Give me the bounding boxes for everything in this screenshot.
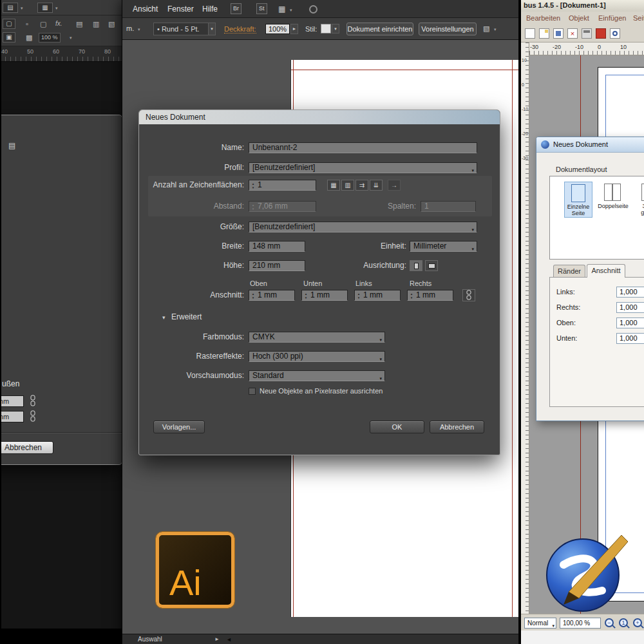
profile-select[interactable]: [Benutzerdefiniert]▾ (249, 162, 477, 173)
hatch-icon[interactable]: ▧ (108, 19, 115, 28)
cancel-button[interactable]: Abbrechen (430, 421, 484, 433)
menu-seite[interactable]: Seite (633, 14, 644, 22)
quality-select[interactable]: Normal▾ (524, 618, 556, 629)
stepper-icon[interactable]: ▴▾ (303, 292, 308, 299)
preview-select[interactable]: Standard▾ (249, 370, 385, 381)
menu-ansicht[interactable]: Ansicht (133, 5, 158, 14)
zoom-out-icon[interactable]: − (605, 618, 614, 627)
link-chain-icon[interactable] (29, 395, 37, 410)
print-icon[interactable] (582, 28, 592, 39)
right-field[interactable]: 1,000 (616, 302, 644, 313)
templates-button[interactable]: Vorlagen... (153, 421, 205, 433)
close-icon[interactable]: × (567, 28, 578, 39)
tab-bleed[interactable]: Anschnitt (587, 264, 625, 278)
opacity-link[interactable]: Deckkraft: (224, 25, 256, 33)
stepper-icon[interactable]: ▴▾ (251, 182, 256, 189)
layout-trifold[interactable]: 3-fach gefaltet (635, 182, 644, 218)
raster-select[interactable]: Hoch (300 ppi)▾ (249, 351, 385, 362)
menu-einfuegen[interactable]: Einfügen (598, 14, 626, 22)
width-field[interactable]: 148 mm (249, 241, 305, 252)
chevron-down-icon[interactable]: ▾ (290, 8, 292, 13)
ok-button[interactable]: OK (370, 421, 424, 433)
dashed-box-icon[interactable]: ▫ (26, 19, 28, 28)
tool-preset-icon[interactable]: ▤ (3, 3, 18, 13)
name-field[interactable]: Unbenannt-2 (249, 142, 477, 153)
chevron-down-icon[interactable]: ▾ (494, 27, 497, 32)
brush-dropdown-button[interactable]: ▾ (208, 23, 216, 35)
layout-double-page[interactable]: Doppelseite (598, 182, 629, 218)
chevron-down-icon[interactable]: ▾ (138, 27, 140, 32)
chevron-down-icon[interactable]: ▾ (70, 35, 72, 41)
top-field[interactable]: 1,000 (616, 317, 644, 328)
grid-by-column-button[interactable]: ▥ (341, 180, 354, 191)
effects-fx-icon[interactable]: fx. (55, 19, 62, 28)
link-chain-icon[interactable] (29, 410, 37, 425)
new-document-icon[interactable] (525, 28, 535, 39)
bleed-left-field[interactable]: ▴▾1 mm (354, 290, 401, 301)
link-chain-icon[interactable] (462, 289, 475, 301)
save-icon[interactable] (553, 28, 564, 39)
size-select[interactable]: [Benutzerdefiniert]▾ (249, 222, 477, 232)
open-icon[interactable] (539, 28, 549, 39)
bleed-top-field[interactable]: ▴▾1 mm (249, 290, 295, 301)
zoom-level-field[interactable]: 100 % (39, 33, 61, 43)
menu-hilfe[interactable]: Hilfe (202, 5, 218, 14)
grid-by-row-button[interactable]: ▦ (327, 180, 340, 191)
status-next-icon[interactable]: ► (214, 636, 220, 642)
stepper-icon[interactable]: ▴▾ (409, 292, 414, 299)
collapse-triangle-icon[interactable]: ▾ (162, 314, 166, 321)
style-swatch[interactable] (321, 24, 331, 33)
window-titlebar[interactable]: bus 1.4.5 - [Dokument-1] (521, 0, 644, 12)
chevron-down-icon[interactable]: ▾ (55, 6, 58, 11)
zoom-100-icon[interactable]: 1 (619, 618, 628, 627)
columns-icon[interactable]: ▥ (93, 19, 99, 28)
advanced-toggle[interactable]: Erweitert (171, 312, 202, 321)
arrange-by-row-button[interactable]: ⇉ (355, 180, 368, 191)
cs-live-icon[interactable] (309, 5, 317, 14)
preferences-button[interactable]: Voreinstellungen (419, 23, 477, 35)
menu-fenster[interactable]: Fenster (167, 5, 194, 14)
colormode-select[interactable]: CMYK▾ (249, 332, 385, 343)
landscape-button[interactable] (425, 260, 438, 271)
arrange-documents-icon[interactable]: ▦ (278, 5, 285, 14)
change-direction-button[interactable]: → (388, 180, 401, 191)
dialog-titlebar[interactable]: Neues Dokument (139, 110, 500, 124)
menu-bearbeiten[interactable]: Bearbeiten (526, 14, 560, 22)
frame-tool-icon[interactable]: ▢ (3, 19, 15, 29)
stepper-icon[interactable]: ▴▾ (251, 292, 256, 299)
opacity-expand-button[interactable]: ► (290, 24, 298, 34)
grid-preset-icon[interactable]: ▦ (37, 3, 53, 13)
stock-button[interactable]: St (256, 3, 267, 14)
rows-icon[interactable]: ▤ (76, 19, 82, 28)
pixelgrid-checkbox[interactable] (249, 388, 256, 395)
pdf-export-icon[interactable] (596, 28, 606, 39)
cancel-button[interactable]: Abbrechen (0, 441, 53, 454)
artboards-field[interactable]: ▴▾1 (249, 180, 316, 191)
grid-icon[interactable]: ▩ (26, 33, 32, 42)
document-setup-button[interactable]: Dokument einrichten (346, 23, 413, 35)
bleed-bottom-field[interactable]: ▴▾1 mm (301, 290, 348, 301)
stepper-icon[interactable]: ▴▾ (356, 292, 361, 299)
fill-tool-icon[interactable]: ▣ (3, 32, 15, 43)
chevron-down-icon[interactable]: ▾ (21, 6, 23, 11)
style-dropdown-button[interactable]: ▾ (332, 24, 339, 33)
tab-margins[interactable]: Ränder (553, 265, 585, 278)
height-field[interactable]: 210 mm (249, 260, 305, 271)
layout-single-page[interactable]: Einzelne Seite (564, 182, 592, 218)
arrange-by-column-button[interactable]: ⇊ (370, 180, 383, 191)
unit-select[interactable]: Millimeter▾ (410, 241, 477, 252)
zoom-field[interactable]: 100,00 % (560, 618, 601, 629)
bleed-right-field[interactable]: ▴▾1 mm (407, 290, 453, 301)
opacity-field[interactable]: 100% (265, 24, 290, 34)
dialog-titlebar[interactable]: Neues Dokument (536, 137, 644, 153)
box-icon[interactable]: ▢ (40, 19, 46, 28)
menu-objekt[interactable]: Objekt (569, 14, 589, 22)
bridge-button[interactable]: Br (231, 3, 242, 14)
brush-select[interactable]: • Rund - 5 Pt. (153, 23, 209, 35)
status-prev-icon[interactable]: ◄ (226, 636, 232, 643)
preview-icon[interactable] (610, 28, 620, 39)
tool-options-icon[interactable]: ▧ (483, 24, 489, 33)
bleed-value-field[interactable]: mm (0, 395, 24, 407)
zoom-in-icon[interactable]: + (633, 618, 642, 627)
bottom-field[interactable]: 1,000 (616, 333, 644, 344)
